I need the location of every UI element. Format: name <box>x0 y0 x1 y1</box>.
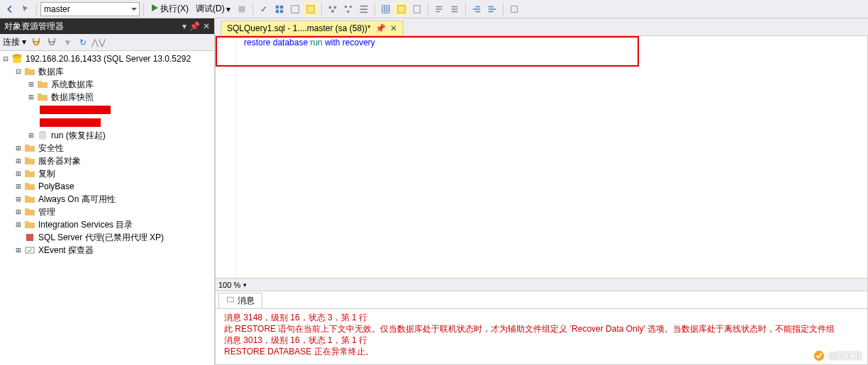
management-label: 管理 <box>37 206 55 218</box>
expand-icon[interactable]: ⊞ <box>14 245 23 255</box>
debug-button[interactable]: 调试(D) ▾ <box>193 3 233 15</box>
error-line: 消息 3013，级别 16，状态 1，第 1 行 <box>224 335 859 346</box>
expand-icon[interactable]: ⊞ <box>14 194 23 204</box>
watermark: 创新互联 <box>813 349 862 362</box>
uncomment-icon[interactable] <box>447 2 462 16</box>
databases-node[interactable]: ⊟ 数据库 <box>0 65 214 78</box>
integration-node[interactable]: ⊞ Integration Services 目录 <box>0 218 214 231</box>
outline-icon[interactable] <box>326 2 340 16</box>
svg-point-8 <box>349 5 352 8</box>
alwayson-label: Always On 高可用性 <box>37 193 116 206</box>
polybase-label: PolyBase <box>37 181 74 191</box>
expand-icon[interactable]: ⊞ <box>14 207 23 217</box>
outdent-icon[interactable] <box>485 2 499 16</box>
folder-icon <box>24 181 35 192</box>
svg-point-7 <box>344 5 347 8</box>
pin-icon[interactable]: 📌 <box>375 23 386 33</box>
agent-icon <box>24 232 35 243</box>
server-objects-node[interactable]: ⊞ 服务器对象 <box>0 155 214 167</box>
rundb-label: run (恢复挂起) <box>50 130 106 142</box>
security-label: 安全性 <box>37 142 64 155</box>
redacted-node-2 <box>0 116 214 129</box>
activity-icon[interactable]: ⋀⋁ <box>93 37 104 48</box>
snapshot-label: 数据库快照 <box>50 91 94 103</box>
comment-icon[interactable] <box>432 2 446 16</box>
svg-rect-2 <box>280 5 283 8</box>
pin-icon[interactable]: 📌 <box>189 21 200 31</box>
messages-tab[interactable]: 消息 <box>218 293 262 308</box>
debug-dropdown-icon: ▾ <box>226 4 230 14</box>
folder-icon <box>24 206 35 218</box>
db-selector-value: master <box>44 4 70 14</box>
svg-rect-19 <box>228 297 234 302</box>
expand-icon[interactable]: ⊞ <box>14 181 23 191</box>
xevent-icon <box>24 245 35 256</box>
dropdown-icon[interactable]: ▾ <box>182 21 187 31</box>
svg-rect-18 <box>26 247 34 253</box>
filter-icon[interactable]: ▼ <box>62 37 73 48</box>
list-icon[interactable] <box>357 2 371 16</box>
folder-icon <box>24 193 35 205</box>
check-icon[interactable]: ✓ <box>257 2 271 16</box>
tab-sqlquery[interactable]: SQLQuery1.sql - 1....master (sa (58))* 📌… <box>221 21 404 35</box>
sql-editor[interactable]: restore database run with recovery <box>216 36 867 278</box>
watermark-logo-icon <box>813 349 825 362</box>
refresh-icon[interactable]: ↻ <box>77 37 89 48</box>
management-node[interactable]: ⊞ 管理 <box>0 206 214 218</box>
messages-body[interactable]: 消息 3148，级别 16，状态 3，第 1 行 此 RESTORE 语句在当前… <box>216 309 867 364</box>
zoom-level[interactable]: 100 % <box>218 281 240 289</box>
folder-icon <box>24 219 35 230</box>
execute-label: 执行(X) <box>160 3 189 15</box>
expand-icon[interactable]: ⊞ <box>14 169 23 179</box>
expand-icon[interactable]: ⊞ <box>14 220 23 230</box>
collapse-icon[interactable]: ⊟ <box>1 54 10 64</box>
expand-icon[interactable]: ⊞ <box>14 156 23 166</box>
schema-icon[interactable] <box>341 2 355 16</box>
results-file-icon[interactable] <box>410 2 424 16</box>
connect-button[interactable]: 连接 ▾ <box>3 36 26 48</box>
zoom-dropdown-icon[interactable]: ▾ <box>243 281 247 288</box>
svg-rect-17 <box>26 234 33 241</box>
server-node[interactable]: ⊟ 192.168.20.16,1433 (SQL Server 13.0.52… <box>0 52 214 65</box>
object-explorer-title: 对象资源管理器 <box>4 21 64 33</box>
stop-icon[interactable] <box>235 2 249 16</box>
folder-icon <box>37 79 48 90</box>
indent-icon[interactable] <box>469 2 484 16</box>
expand-icon[interactable]: ⊞ <box>14 143 23 153</box>
sqlagent-node[interactable]: SQL Server 代理(已禁用代理 XP) <box>0 231 214 244</box>
collapse-icon[interactable]: ⊟ <box>14 67 23 77</box>
nav-back-icon[interactable] <box>3 2 17 16</box>
cursor-icon[interactable] <box>18 2 33 16</box>
folder-icon <box>24 168 35 179</box>
connect-toolbar: 连接 ▾ ▼ ↻ ⋀⋁ <box>0 34 214 51</box>
database-icon <box>37 130 48 141</box>
polybase-node[interactable]: ⊞ PolyBase <box>0 180 214 193</box>
expand-icon[interactable]: ⊞ <box>27 130 35 140</box>
xevent-node[interactable]: ⊞ XEvent 探查器 <box>0 244 214 257</box>
results-text-icon[interactable] <box>394 2 408 16</box>
grid-icon[interactable] <box>272 2 286 16</box>
rundb-node[interactable]: ⊞ run (恢复挂起) <box>0 129 214 142</box>
disconnect2-icon[interactable] <box>46 37 57 48</box>
replication-node[interactable]: ⊞ 复制 <box>0 167 214 180</box>
options-icon[interactable] <box>507 2 521 16</box>
expand-icon[interactable]: ⊞ <box>27 92 35 102</box>
highlight-icon[interactable] <box>304 2 318 16</box>
server-label: 192.168.20.16,1433 (SQL Server 13.0.5292 <box>24 54 191 64</box>
snapshot-node[interactable]: ⊞ 数据库快照 <box>0 91 214 103</box>
disconnect-icon[interactable] <box>30 37 42 48</box>
close-icon[interactable]: ✕ <box>390 23 397 33</box>
security-node[interactable]: ⊞ 安全性 <box>0 142 214 155</box>
table-icon[interactable] <box>288 2 302 16</box>
folder-icon <box>24 142 35 154</box>
results-grid-icon[interactable] <box>379 2 393 16</box>
database-selector[interactable]: master <box>40 2 140 16</box>
alwayson-node[interactable]: ⊞ Always On 高可用性 <box>0 193 214 206</box>
expand-icon[interactable]: ⊞ <box>27 79 35 89</box>
object-tree[interactable]: ⊟ 192.168.20.16,1433 (SQL Server 13.0.52… <box>0 51 214 365</box>
svg-rect-11 <box>397 5 405 13</box>
execute-button[interactable]: 执行(X) <box>148 3 191 15</box>
sysdb-node[interactable]: ⊞ 系统数据库 <box>0 78 214 91</box>
close-icon[interactable]: ✕ <box>203 21 210 31</box>
svg-rect-4 <box>280 9 283 12</box>
